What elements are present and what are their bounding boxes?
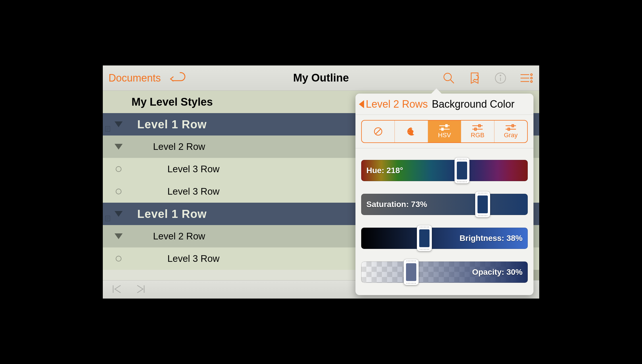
hue-slider[interactable]: Hue: 218° [361,160,528,181]
disclosure-triangle-icon[interactable] [114,211,123,217]
search-icon[interactable] [442,71,456,85]
documents-back-button[interactable]: Documents [109,72,161,84]
row-text: Level 1 Row [129,118,207,131]
row-text: Level 3 Row [129,253,220,264]
nav-next-icon[interactable] [134,284,146,295]
svg-point-0 [444,73,451,81]
inspector-icon[interactable] [467,71,482,85]
svg-line-1 [450,80,454,83]
seg-hsv-label: HSV [438,131,451,139]
disclosure-triangle-icon[interactable] [114,121,123,127]
bullet-icon[interactable] [114,189,123,194]
seg-gray[interactable]: Gray [494,121,527,142]
disclosure-triangle-icon[interactable] [114,233,123,239]
row-text: Level 3 Row [129,164,220,175]
undo-button[interactable] [169,71,185,85]
top-toolbar: Documents My Outline [103,65,539,91]
edit-rows-icon[interactable] [519,71,533,85]
seg-rgb[interactable]: RGB [461,121,494,142]
device-frame: Documents My Outline [100,63,542,301]
seg-gray-label: Gray [504,131,518,139]
hue-thumb[interactable] [455,158,469,183]
bullet-icon[interactable] [114,256,123,262]
color-mode-segmented-control: HSV RGB Gray [361,120,528,143]
note-icon [105,211,110,217]
brightness-thumb[interactable] [417,225,432,251]
color-picker-popover: Level 2 Rows Background Color HSV RGB [355,94,533,295]
hsv-sliders: Hue: 218° Saturation: 73% Brightness: 38… [355,148,533,283]
chevron-left-icon [359,100,364,108]
saturation-thumb[interactable] [475,191,490,217]
row-text: Level 2 Row [129,141,205,152]
app-screen: Documents My Outline [103,65,539,299]
info-icon[interactable] [493,71,508,85]
svg-point-23 [408,129,409,131]
svg-point-4 [500,75,501,76]
svg-point-10 [531,81,532,82]
seg-none[interactable] [362,121,395,142]
svg-point-24 [410,128,411,129]
hue-label: Hue: 218° [366,166,403,175]
brightness-label: Brightness: 38% [460,234,523,243]
svg-rect-29 [442,128,443,130]
opacity-slider[interactable]: Opacity: 30% [361,262,528,283]
seg-hsv[interactable]: HSV [428,121,461,142]
seg-palette[interactable] [395,121,428,142]
header-text: My Level Styles [132,96,213,108]
saturation-slider[interactable]: Saturation: 73% [361,194,528,215]
note-icon [105,121,110,127]
svg-point-25 [408,132,409,133]
svg-point-9 [531,77,532,79]
saturation-label: Saturation: 73% [366,200,427,209]
svg-point-8 [531,74,532,75]
popover-header: Level 2 Rows Background Color [355,94,533,115]
bullet-icon[interactable] [114,166,123,172]
row-text: Level 3 Row [129,186,220,197]
opacity-thumb[interactable] [404,259,419,285]
brightness-slider[interactable]: Brightness: 38% [361,228,528,249]
seg-rgb-label: RGB [471,131,485,139]
popover-back-button[interactable]: Level 2 Rows [359,94,428,115]
popover-title: Background Color [432,98,515,110]
svg-line-22 [376,129,381,134]
row-text: Level 1 Row [129,208,207,220]
back-label: Level 2 Rows [366,98,428,110]
svg-rect-27 [446,125,447,127]
row-text: Level 2 Row [129,231,205,242]
opacity-label: Opacity: 30% [472,268,523,277]
nav-first-icon[interactable] [111,284,123,295]
disclosure-triangle-icon[interactable] [114,144,123,150]
